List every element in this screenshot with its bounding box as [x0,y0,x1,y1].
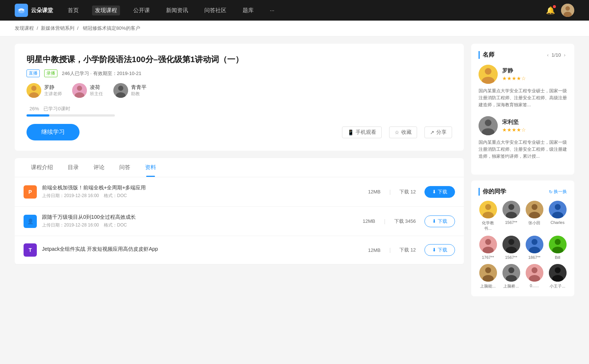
student-avatar-5 [502,236,520,253]
tab-review[interactable]: 评论 [86,158,112,177]
svg-point-47 [508,267,514,273]
prev-page-arrow[interactable]: ‹ [546,51,550,58]
resource-icon-2: T [24,243,37,257]
logo-text: 云朵课堂 [31,7,53,14]
teacher-role-1: 班主任 [90,91,103,97]
student-avatar-2 [526,201,543,218]
breadcrumb-link-1[interactable]: 发现课程 [15,25,34,31]
action-icons: 📱 手机观看 ☆ 收藏 ↗ 分享 [342,126,452,138]
badge-live: 直播 [27,69,40,77]
teacher-profile-avatar-1 [479,116,498,135]
svg-point-23 [508,204,514,210]
svg-point-14 [485,68,491,75]
teacher-1: 凌荷 班主任 [72,83,103,98]
students-header: 你的同学 ↻ 换一换 [479,188,567,196]
teacher-profile-0: 罗静 ★★★★☆ 国内某重点大学安全工程专业硕士，国家一级注册消防工程师、注册安… [479,65,567,109]
tab-contents[interactable]: 目录 [60,158,86,177]
navigation: 云朵课堂 首页 发现课程 公开课 新闻资讯 问答社区 题库 ··· 🔔 [0,0,589,21]
student-name-4: 1767** [482,255,494,260]
badge-record: 录播 [44,69,57,77]
teacher-stars-1: ★★★★☆ [502,127,526,133]
teacher-role-2: 助教 [131,91,147,97]
right-panel: 名师 ‹ 1/10 › 罗静 ★★★★☆ 国内 [471,44,574,302]
download-btn-2[interactable]: ⬇ 下载 [424,244,455,256]
teacher-role-0: 主讲老师 [44,91,62,97]
student-avatar-1 [502,201,520,218]
resource-name-2: Jetpack全组件实战 开发短视频应用高仿皮皮虾App [42,246,368,253]
next-page-arrow[interactable]: › [562,51,567,58]
student-9: 上脑桥... [502,264,521,289]
student-avatar-4 [479,236,497,253]
student-avatar-0 [479,201,497,218]
nav-item-home[interactable]: 首页 [65,6,82,15]
nav-item-exam[interactable]: 题库 [240,6,257,15]
tabs-content: P 前端全栈加强版！前端全栈+全周期+多端应用 上传日期：2019-12-28 … [15,177,464,264]
logo[interactable]: 云朵课堂 [15,4,53,17]
tabs-header: 课程介绍 目录 评论 问答 资料 [15,158,464,177]
student-name-5: 1567** [505,255,517,260]
student-name-1: 1567** [505,220,517,225]
bell-container[interactable]: 🔔 [546,6,555,15]
resource-name-0: 前端全栈加强版！前端全栈+全周期+多端应用 [42,185,368,191]
student-5: 1567** [502,236,521,260]
share-icon: ↗ [430,129,434,135]
resource-icon-0: P [24,185,37,199]
collect-btn[interactable]: ☆ 收藏 [389,126,417,138]
resource-downloads-0: 下载 12 [399,189,416,195]
nav-item-qa[interactable]: 问答社区 [201,6,229,15]
teachers-pagination: ‹ 1/10 › [546,51,567,58]
students-grid: 化学教书... 1567** 张小田 [479,201,567,289]
student-name-6: 1867** [528,255,540,260]
download-btn-1[interactable]: ⬇ 下载 [424,215,455,227]
student-0: 化学教书... [479,201,497,231]
refresh-icon: ↻ [549,189,553,195]
breadcrumb-current: 销冠修炼术搞定80%的客户 [83,25,140,31]
user-avatar[interactable] [561,4,574,17]
student-avatar-7 [549,236,567,253]
student-avatar-8 [479,264,497,282]
resource-info-0: 前端全栈加强版！前端全栈+全周期+多端应用 上传日期：2019-12-28 16… [42,185,368,199]
nav-item-open[interactable]: 公开课 [130,6,153,15]
teacher-0: 罗静 主讲老师 [27,83,62,98]
notification-dot [553,5,556,8]
teacher-2: 青青平 助教 [113,83,147,98]
nav-item-news[interactable]: 新闻资讯 [163,6,191,15]
student-avatar-9 [502,264,520,282]
breadcrumb-sep-2: / [77,25,80,31]
nav-item-discover[interactable]: 发现课程 [92,6,120,15]
tab-resource[interactable]: 资料 [138,158,163,177]
tab-qa[interactable]: 问答 [112,158,138,177]
breadcrumb-sep-1: / [37,25,39,31]
svg-point-17 [485,119,491,126]
student-avatar-11 [549,264,567,282]
refresh-button[interactable]: ↻ 换一换 [549,189,567,195]
resource-info-1: 跟随千万级项目从0到100全过程高效成长 上传日期：2019-12-28 16:… [42,214,363,228]
student-3: Charles [548,201,567,231]
share-btn[interactable]: ↗ 分享 [424,126,452,138]
mobile-watch-btn[interactable]: 📱 手机观看 [342,126,382,138]
resource-size-2: 12MB [368,247,381,253]
student-name-8: 上脑能... [480,283,495,289]
teacher-desc-1: 国内某重点大学安全工程专业硕士，国家一级注册消防工程师、注册安全工程师，级注册建… [479,139,567,160]
svg-point-50 [532,267,537,273]
progress-bar-bg [27,114,115,117]
student-avatar-3 [549,201,567,218]
progress-section: 26% 已学习0课时 [27,105,452,117]
tab-intro[interactable]: 课程介绍 [24,158,60,177]
resource-meta-1: 上传日期：2019-12-28 16:00 格式：DOC [42,222,363,228]
teacher-profile-avatar-0 [479,65,498,84]
teacher-name-2: 青青平 [131,84,147,91]
resource-size-1: 12MB [363,218,375,224]
nav-item-more[interactable]: ··· [267,6,278,15]
breadcrumb-link-2[interactable]: 新媒体营销系列 [41,25,74,31]
download-btn-0[interactable]: ⬇ 下载 [424,186,455,198]
teacher-profile-info-0: 罗静 ★★★★☆ [502,67,526,81]
teacher-avatar-2 [113,83,128,98]
svg-point-11 [118,86,123,91]
continue-button[interactable]: 继续学习 [27,124,80,140]
resource-downloads-2: 下载 12 [399,247,416,253]
teachers-card-header: 名师 ‹ 1/10 › [479,51,567,59]
teacher-profile-info-1: 宋利坚 ★★★★☆ [502,119,526,133]
svg-point-2 [565,6,570,11]
teacher-profile-top-1: 宋利坚 ★★★★☆ [479,116,567,135]
